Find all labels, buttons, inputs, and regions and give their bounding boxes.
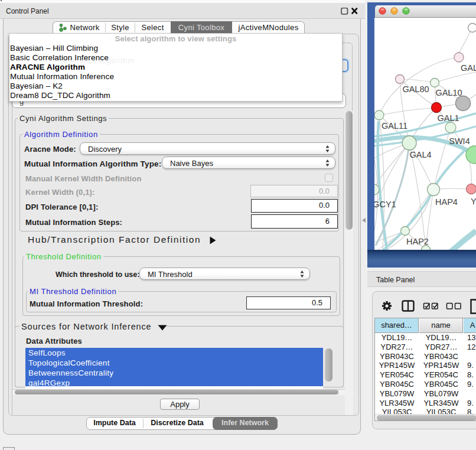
svg-text:SWI4: SWI4 [449, 136, 470, 146]
svg-text:GAL7: GAL7 [461, 63, 476, 73]
svg-text:GAL4: GAL4 [409, 150, 431, 159]
svg-text:HAP2: HAP2 [406, 237, 429, 246]
svg-text:HAP4: HAP4 [435, 197, 458, 207]
svg-text:Y: Y [471, 197, 476, 206]
svg-text:GAL10: GAL10 [435, 88, 462, 97]
svg-text:GAL80: GAL80 [402, 84, 429, 94]
svg-text:GCY1: GCY1 [374, 200, 396, 209]
svg-text:GAL1: GAL1 [437, 113, 459, 123]
svg-text:GAL11: GAL11 [382, 121, 407, 131]
